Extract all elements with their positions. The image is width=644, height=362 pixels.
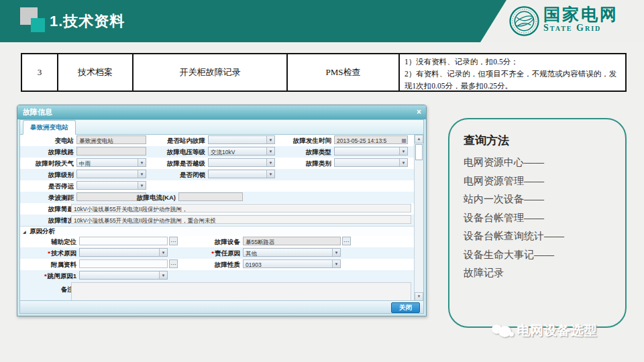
trip-reason-label-text: 跳闸原因1 bbox=[48, 272, 76, 280]
required-icon: * bbox=[48, 249, 50, 257]
overstep-select[interactable]: ▼ bbox=[208, 158, 275, 167]
chat-bubble-icon bbox=[509, 332, 514, 337]
attachment-picker-button[interactable]: … bbox=[169, 259, 178, 268]
decor-square-teal bbox=[31, 18, 45, 32]
resp-reason-select[interactable]: 其他▼ bbox=[243, 248, 341, 257]
table-cell-row-no: 3 bbox=[22, 54, 58, 90]
resp-reason-label: *责任原因 bbox=[189, 249, 240, 257]
aux-locate-picker-button[interactable]: … bbox=[169, 237, 178, 245]
cause-analysis-section-header[interactable]: ◢ 原因分析 bbox=[20, 226, 414, 236]
query-path-item: 设备台帐查询统计—— bbox=[464, 227, 625, 245]
chevron-down-icon[interactable]: ▼ bbox=[399, 159, 407, 166]
nature-value: 01903 bbox=[246, 261, 262, 268]
chevron-down-icon[interactable]: ▼ bbox=[266, 136, 274, 143]
substation-field[interactable]: 暴致洲变电站 bbox=[76, 135, 146, 144]
state-grid-emblem-icon bbox=[508, 5, 540, 37]
table-cell-criteria: 1）没有资料、记录的，扣0.5分； 2）有资料、记录的，但项目不齐全，不规范或内… bbox=[400, 54, 625, 90]
chevron-down-icon[interactable]: ▼ bbox=[138, 159, 146, 166]
dialog-button-bar: 关闭 bbox=[20, 300, 423, 313]
slide-header: 1.技术资料 国家电网 State Grid bbox=[0, 0, 644, 42]
fault-info-dialog: 故障信息 × 暴致洲变电站 变电站 暴致洲变电站 是否站内故障 ▼ 故障发生时间… bbox=[17, 105, 427, 316]
aux-locate-field[interactable] bbox=[79, 237, 168, 245]
form-row: 辅助定位 … 故障设备 暴55断路器 … bbox=[20, 236, 414, 247]
form-row: 故障级别 ▼ 是否闭锁 ▼ bbox=[20, 169, 414, 180]
interlock-label: 是否闭锁 bbox=[152, 171, 205, 179]
occur-time-value: 2013-05-25 14:13:5 bbox=[337, 137, 386, 144]
nature-label: 故障性质 bbox=[189, 261, 240, 269]
voltage-value: 交流10kV bbox=[211, 149, 235, 156]
calendar-icon[interactable]: ▦ bbox=[401, 137, 407, 143]
form-row: 附属资料 … 故障性质 01903▼ bbox=[20, 259, 414, 270]
panel-title: 查询方法 bbox=[464, 133, 625, 148]
in-station-select[interactable]: ▼ bbox=[208, 135, 275, 144]
resp-reason-label-text: 责任原因 bbox=[215, 249, 240, 257]
required-icon: * bbox=[44, 272, 47, 280]
chevron-down-icon[interactable]: ▼ bbox=[266, 170, 274, 178]
weather-select[interactable]: 中雨▼ bbox=[76, 158, 146, 167]
brief-label: 故障简题 bbox=[21, 205, 74, 213]
watermark: 电网设备选型 bbox=[492, 322, 598, 340]
tech-reason-select[interactable]: ▼ bbox=[79, 248, 168, 257]
in-station-label: 是否站内故障 bbox=[152, 137, 205, 145]
chevron-down-icon[interactable]: ▼ bbox=[159, 272, 167, 279]
scroll-up-icon[interactable]: ▲ bbox=[415, 135, 423, 143]
logo-en: State Grid bbox=[543, 23, 619, 33]
chevron-down-icon[interactable]: ▼ bbox=[266, 159, 274, 166]
chevron-down-icon[interactable]: ▼ bbox=[138, 182, 146, 189]
logo-text: 国家电网 State Grid bbox=[543, 6, 619, 33]
level-label: 故障级别 bbox=[21, 171, 74, 179]
brief-field[interactable]: 10kV小璇线暴55开关电流II段保护动作跳闸， bbox=[71, 204, 411, 213]
chevron-down-icon[interactable]: ▼ bbox=[332, 260, 340, 267]
form-row: 故障线路 故障电压等级 交流10kV▼ 故障类型 ▼ bbox=[20, 146, 414, 158]
device-label: 故障设备 bbox=[189, 238, 240, 246]
tab-substation[interactable]: 暴致洲变电站 bbox=[23, 120, 76, 135]
query-path-item: 电网资源中心—— bbox=[464, 153, 625, 172]
query-path-item: 电网资源管理—— bbox=[464, 172, 625, 190]
section-title: 原因分析 bbox=[30, 227, 55, 236]
category-select[interactable]: ▼ bbox=[334, 158, 408, 167]
scrollbar-thumb[interactable] bbox=[415, 144, 423, 160]
scoring-table: 3 技术档案 开关柜故障记录 PMS检查 1）没有资料、记录的，扣0.5分； 2… bbox=[21, 53, 627, 92]
outage-select[interactable]: ▼ bbox=[76, 181, 146, 190]
remark-textarea[interactable] bbox=[71, 282, 411, 301]
chevron-down-icon[interactable]: ▼ bbox=[159, 249, 167, 256]
level-select[interactable]: ▼ bbox=[76, 170, 146, 178]
interlock-select[interactable]: ▼ bbox=[208, 170, 275, 178]
chevron-down-icon[interactable]: ▼ bbox=[266, 147, 274, 155]
tech-reason-label: *技术原因 bbox=[21, 249, 76, 257]
form-scrollbar[interactable]: ▲ ▼ bbox=[414, 135, 423, 301]
dialog-body: 暴致洲变电站 变电站 暴致洲变电站 是否站内故障 ▼ 故障发生时间 2013-0… bbox=[19, 119, 424, 314]
fault-type-select[interactable]: ▼ bbox=[334, 147, 408, 156]
dialog-titlebar[interactable]: 故障信息 × bbox=[17, 105, 426, 119]
aux-locate-label: 辅助定位 bbox=[21, 238, 76, 246]
trip-reason-select[interactable]: ▼ bbox=[79, 271, 168, 280]
situation-field[interactable]: 10kV小璇线暴55开关电流II段保护动作跳闸，重合闸未投 bbox=[71, 215, 411, 224]
fault-current-label: 故障电流(KA) bbox=[122, 194, 176, 202]
fault-current-field[interactable] bbox=[178, 192, 243, 201]
device-field[interactable]: 暴55断路器 bbox=[243, 237, 341, 245]
attachment-field[interactable] bbox=[79, 259, 168, 268]
chevron-down-icon[interactable]: ▼ bbox=[332, 249, 340, 256]
table-cell-item: 开关柜故障记录 bbox=[133, 54, 288, 90]
overstep-label: 故障是否越级 bbox=[152, 160, 205, 168]
nature-select[interactable]: 01903▼ bbox=[243, 259, 341, 268]
form-row: 故障时段天气 中雨▼ 故障是否越级 ▼ 故障类别 ▼ bbox=[20, 158, 414, 169]
form-row: 故障情况 10kV小璇线暴55开关电流II段保护动作跳闸，重合闸未投 bbox=[20, 215, 414, 226]
occur-time-field[interactable]: 2013-05-25 14:13:5▦ bbox=[334, 135, 408, 144]
trip-reason-label: *跳闸原因1 bbox=[21, 272, 76, 280]
device-picker-button[interactable]: … bbox=[342, 237, 351, 245]
table-cell-method: PMS检查 bbox=[288, 54, 400, 90]
logo-cn: 国家电网 bbox=[543, 6, 619, 23]
line-field[interactable] bbox=[76, 147, 146, 156]
voltage-select[interactable]: 交流10kV▼ bbox=[208, 147, 275, 156]
form-row: *跳闸原因1 ▼ bbox=[20, 270, 414, 282]
chevron-down-icon[interactable]: ▼ bbox=[399, 147, 407, 155]
form-row: 录波测距 故障电流(KA) bbox=[20, 192, 414, 203]
weather-value: 中雨 bbox=[79, 160, 91, 167]
close-icon[interactable]: × bbox=[417, 105, 421, 119]
collapse-icon[interactable]: ◢ bbox=[23, 229, 26, 234]
outage-label: 是否停运 bbox=[21, 182, 74, 190]
form-row: 变电站 暴致洲变电站 是否站内故障 ▼ 故障发生时间 2013-05-25 14… bbox=[20, 135, 414, 146]
chevron-down-icon[interactable]: ▼ bbox=[138, 170, 146, 178]
close-button[interactable]: 关闭 bbox=[391, 302, 420, 313]
